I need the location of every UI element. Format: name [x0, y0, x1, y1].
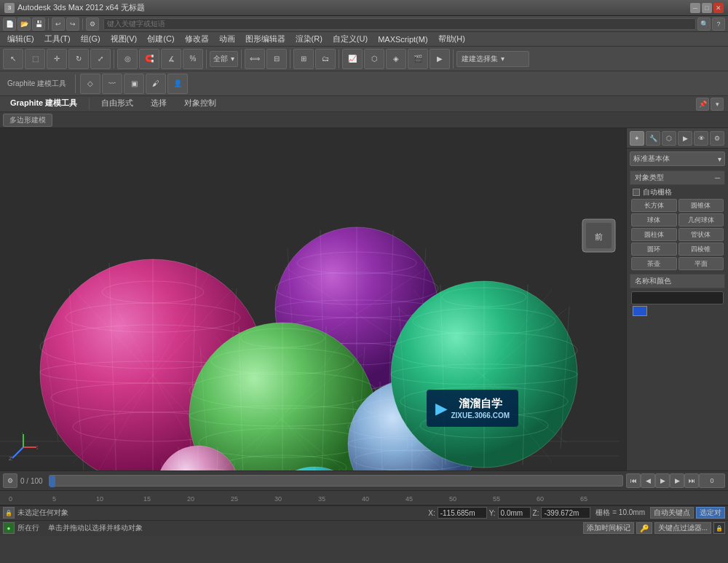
polygon-tools-button[interactable]: ◇ [80, 74, 100, 94]
display-panel-button[interactable]: 👁 [694, 131, 708, 146]
tab-options-button[interactable]: ▾ [711, 98, 724, 111]
menu-render[interactable]: 渲染(R) [291, 32, 327, 46]
curve-editor-button[interactable]: 📈 [342, 49, 363, 69]
reference-dropdown[interactable]: 全部 ▾ [210, 51, 238, 67]
menu-create[interactable]: 创建(C) [143, 32, 178, 46]
color-swatch[interactable] [633, 306, 647, 316]
maximize-button[interactable]: □ [702, 3, 712, 13]
minimize-button[interactable]: ─ [690, 3, 700, 13]
menu-modifier[interactable]: 修改器 [181, 32, 213, 46]
viewport[interactable]: + 0 前 □ 真实 + 边面 】 [0, 128, 626, 471]
move-button[interactable]: ✛ [47, 49, 67, 69]
status-indicator[interactable]: ● [3, 522, 15, 534]
rotate-button[interactable]: ↻ [68, 49, 89, 69]
save-button[interactable]: 💾 [32, 17, 45, 31]
redo-button[interactable]: ↪ [66, 17, 79, 31]
next-frame-button[interactable]: ▶ [670, 473, 684, 488]
box-button[interactable]: 长方体 [631, 199, 677, 212]
render-button[interactable]: ▶ [430, 49, 450, 69]
menu-help[interactable]: 帮助(H) [434, 32, 470, 46]
pivot-button[interactable]: ◎ [117, 49, 138, 69]
settings-button[interactable]: ⚙ [86, 17, 99, 31]
search-box[interactable]: 键入关键字或短语 [103, 18, 696, 30]
plane-button[interactable]: 平面 [678, 257, 724, 270]
search-icon[interactable]: 🔍 [697, 17, 711, 31]
svg-text:50: 50 [449, 495, 456, 503]
select-subobj-button[interactable]: ▣ [124, 74, 144, 94]
svg-text:前: 前 [595, 232, 603, 241]
object-paint-button[interactable]: 🖌 [146, 74, 166, 94]
named-selection-dropdown[interactable]: 建建选择集 ▾ [456, 51, 529, 67]
angle-snap-button[interactable]: ∡ [161, 49, 181, 69]
pyramid-button[interactable]: 四棱锥 [678, 243, 724, 256]
snap-button[interactable]: 🧲 [139, 49, 159, 69]
z-value[interactable]: -399.672m [541, 507, 590, 519]
timeline-slider[interactable] [49, 475, 623, 487]
scale-button[interactable]: ⤢ [90, 49, 111, 69]
populate-button[interactable]: 👤 [167, 74, 188, 94]
timeline-options-button[interactable]: ⚙ [3, 473, 17, 488]
y-value[interactable]: 0.0mm [498, 507, 531, 519]
new-button[interactable]: 📄 [3, 17, 16, 31]
auto-grid-checkbox[interactable] [633, 189, 640, 196]
percent-snap-button[interactable]: % [183, 49, 203, 69]
separator [453, 50, 454, 68]
align-button[interactable]: ⊟ [266, 49, 287, 69]
auto-key-button[interactable]: 自动关键点 [650, 507, 694, 519]
tab-freeform[interactable]: 自由形式 [95, 96, 139, 111]
render-setup-button[interactable]: 🎬 [408, 49, 428, 69]
close-button[interactable]: ✕ [713, 3, 724, 13]
sphere-button[interactable]: 球体 [631, 213, 677, 227]
undo-button[interactable]: ↩ [52, 17, 65, 31]
open-button[interactable]: 📂 [17, 17, 31, 31]
utils-panel-button[interactable]: ⚙ [710, 131, 724, 146]
menu-tools[interactable]: 工具(T) [40, 32, 75, 46]
object-name-input[interactable] [631, 291, 724, 304]
tab-object-control[interactable]: 对象控制 [178, 96, 222, 111]
go-start-button[interactable]: ⏮ [626, 473, 641, 488]
primitive-type-dropdown[interactable]: 标准基本体 ▾ [630, 151, 725, 166]
tube-button[interactable]: 管状体 [678, 228, 724, 241]
prev-frame-button[interactable]: ◀ [641, 473, 655, 488]
filter-button[interactable]: 关键点过滤器... [654, 522, 711, 534]
cone-button[interactable]: 圆锥体 [678, 199, 724, 212]
menu-edit[interactable]: 编辑(E) [3, 32, 39, 46]
menu-view[interactable]: 视图(V) [106, 32, 142, 46]
scene-explorer-button[interactable]: 🗂 [315, 49, 336, 69]
create-panel-button[interactable]: ✦ [630, 131, 644, 146]
schematic-button[interactable]: ⬡ [364, 49, 384, 69]
motion-panel-button[interactable]: ▶ [678, 131, 692, 146]
tab-pin-button[interactable]: 📌 [696, 98, 709, 111]
select-region-button[interactable]: ⬚ [25, 49, 45, 69]
lock-icon[interactable]: 🔒 [3, 507, 15, 519]
select-button[interactable]: ↖ [3, 49, 23, 69]
help-button[interactable]: ? [712, 17, 725, 31]
mirror-button[interactable]: ⟺ [245, 49, 265, 69]
add-time-button[interactable]: 添加时间标记 [583, 522, 634, 534]
menu-customize[interactable]: 自定义(U) [328, 32, 372, 46]
menu-group[interactable]: 组(G) [76, 32, 105, 46]
menu-animation[interactable]: 动画 [215, 32, 240, 46]
material-editor-button[interactable]: ◈ [386, 49, 406, 69]
x-value[interactable]: -115.685m [438, 507, 487, 519]
object-type-header[interactable]: 对象类型 ─ [630, 170, 725, 185]
layer-button[interactable]: ⊞ [293, 49, 314, 69]
teapot-button[interactable]: 茶壶 [631, 257, 677, 270]
modify-panel-button[interactable]: 🔧 [646, 131, 660, 146]
polygon-modeling-button[interactable]: 多边形建模 [3, 114, 52, 127]
current-frame-input[interactable]: 0 [699, 473, 725, 488]
freeform-button[interactable]: 〰 [102, 74, 122, 94]
torus-button[interactable]: 圆环 [631, 243, 677, 256]
timeline-handle[interactable] [50, 476, 55, 487]
play-button[interactable]: ▶ [655, 473, 670, 488]
go-end-button[interactable]: ⏭ [684, 473, 699, 488]
menu-maxscript[interactable]: MAXScript(M) [373, 34, 432, 45]
geosphere-button[interactable]: 几何球体 [678, 213, 724, 227]
selection-button[interactable]: 选定对 [696, 507, 725, 519]
tab-select[interactable]: 选择 [145, 96, 173, 111]
menu-graph-editor[interactable]: 图形编辑器 [241, 32, 290, 46]
search-placeholder: 键入关键字或短语 [107, 19, 165, 29]
set-key-button[interactable]: 🔑 [636, 522, 652, 534]
hierarchy-panel-button[interactable]: ⬡ [662, 131, 676, 146]
cylinder-button[interactable]: 圆柱体 [631, 228, 677, 241]
